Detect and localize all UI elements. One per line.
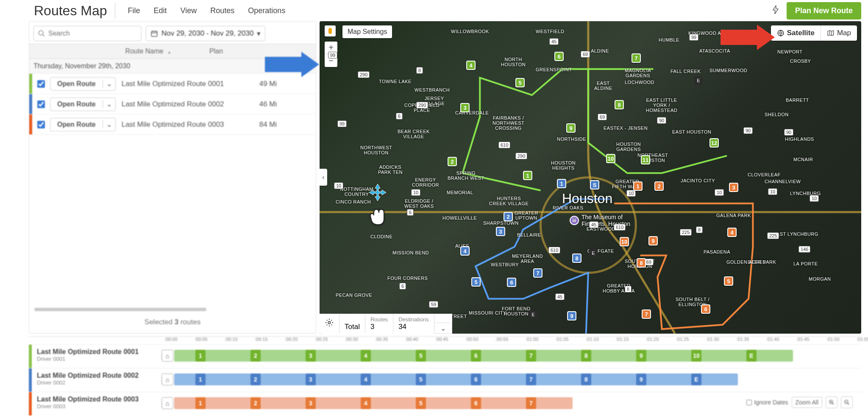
timeline-stop[interactable]: 4 xyxy=(361,373,371,385)
timeline-stop[interactable]: 6 xyxy=(471,350,481,362)
quick-action-icon[interactable] xyxy=(769,2,782,19)
column-plan[interactable]: Plan xyxy=(209,47,235,55)
route-stop-marker[interactable]: 5 xyxy=(515,78,525,87)
menu-view[interactable]: View xyxy=(175,4,202,18)
plan-new-route-button[interactable]: Plan New Route xyxy=(787,2,861,20)
route-checkbox[interactable] xyxy=(37,100,45,108)
chevron-down-icon[interactable]: ⌄ xyxy=(103,100,115,108)
route-stop-marker[interactable]: 9 xyxy=(567,311,576,320)
timeline-stop[interactable]: 9 xyxy=(636,373,646,385)
timeline-stop[interactable]: 4 xyxy=(361,397,371,409)
drag-handle-icon[interactable]: ⋮ xyxy=(158,368,161,392)
timeline-stop[interactable]: E xyxy=(746,350,757,362)
map-panel[interactable]: Map Settings + − ‹ Satellite Map Houston… xyxy=(320,21,861,334)
home-icon[interactable]: ⌂ xyxy=(161,373,173,385)
route-stop-marker[interactable]: 5 xyxy=(471,277,481,287)
menu-operations[interactable]: Operations xyxy=(243,4,290,18)
route-stop-marker[interactable]: 2 xyxy=(504,212,513,221)
route-stop-marker[interactable]: 10 xyxy=(620,237,629,246)
open-route-button[interactable]: Open Route ⌄ xyxy=(50,77,116,91)
timeline-stop[interactable]: 10 xyxy=(691,350,701,362)
map-settings-button[interactable]: Map Settings xyxy=(342,25,392,38)
route-stop-marker[interactable]: 3 xyxy=(460,103,470,112)
column-route-name[interactable]: Route Name xyxy=(57,47,209,55)
menu-file[interactable]: File xyxy=(123,4,145,18)
route-stop-marker[interactable]: 10 xyxy=(606,154,615,163)
route-end-marker[interactable]: E xyxy=(694,76,703,85)
zoom-all-button[interactable]: Zoom All xyxy=(792,397,822,408)
chevron-down-icon[interactable]: ⌄ xyxy=(103,80,115,88)
timeline-stop[interactable]: 6 xyxy=(471,397,481,409)
route-stop-marker[interactable]: 5 xyxy=(724,276,733,286)
ignore-dates-toggle[interactable]: Ignore Dates xyxy=(746,399,788,406)
drag-handle-icon[interactable]: ⋮ xyxy=(158,345,161,368)
route-row[interactable]: Open Route ⌄ Last Mile Optimized Route 0… xyxy=(29,74,316,94)
timeline-stop[interactable]: 1 xyxy=(195,373,206,385)
open-route-button[interactable]: Open Route ⌄ xyxy=(50,98,116,111)
route-end-marker[interactable]: E xyxy=(529,310,537,319)
open-route-button[interactable]: Open Route ⌄ xyxy=(50,118,116,131)
route-end-marker[interactable]: E xyxy=(589,249,598,257)
route-stop-marker[interactable]: 4 xyxy=(727,228,737,237)
route-stop-marker[interactable]: 7 xyxy=(642,309,651,319)
route-stop-marker[interactable]: 9 xyxy=(566,123,576,133)
timeline-stop[interactable]: 3 xyxy=(306,397,316,409)
timeline-stop[interactable]: 5 xyxy=(416,373,426,385)
timeline-stop[interactable]: 7 xyxy=(526,397,536,409)
route-stop-marker[interactable]: 11 xyxy=(641,155,650,164)
timeline-stop[interactable]: 1 xyxy=(195,397,206,409)
route-stop-marker[interactable]: 1 xyxy=(633,181,643,191)
timeline-stop[interactable]: 5 xyxy=(416,350,426,362)
timeline-stop[interactable]: 2 xyxy=(250,373,261,385)
timeline-stop[interactable]: 2 xyxy=(250,397,261,409)
timeline-stop[interactable]: E xyxy=(691,373,701,385)
route-stop-marker[interactable]: 4 xyxy=(466,61,476,70)
chevron-down-icon[interactable]: ⌄ xyxy=(103,120,115,128)
search-input[interactable] xyxy=(33,26,142,41)
route-stop-marker[interactable]: 1 xyxy=(557,179,566,188)
totals-expander[interactable]: ⌄ xyxy=(434,323,452,334)
streetview-pegman[interactable] xyxy=(325,25,336,36)
timeline-stop[interactable]: 6 xyxy=(471,373,481,385)
timeline-zoom-out[interactable] xyxy=(841,396,853,408)
totals-settings-icon[interactable] xyxy=(320,314,339,334)
route-stop-marker[interactable]: 1 xyxy=(523,171,532,180)
satellite-toggle[interactable]: Satellite xyxy=(771,25,821,41)
route-stop-marker[interactable]: 2 xyxy=(448,157,457,166)
route-row[interactable]: Open Route ⌄ Last Mile Optimized Route 0… xyxy=(29,114,316,135)
timeline-stop[interactable]: 5 xyxy=(416,397,426,409)
collapse-sidebar-handle[interactable]: ‹ xyxy=(320,169,327,186)
timeline-stop[interactable]: 7 xyxy=(526,350,536,362)
route-stop-marker[interactable]: 6 xyxy=(554,52,564,61)
route-stop-marker[interactable]: 6 xyxy=(507,278,516,287)
route-stop-marker[interactable]: 3 xyxy=(496,227,505,236)
horizontal-scrollbar[interactable] xyxy=(34,308,206,311)
route-row[interactable]: Open Route ⌄ Last Mile Optimized Route 0… xyxy=(29,94,316,114)
route-checkbox[interactable] xyxy=(37,80,45,88)
route-stop-marker[interactable]: 6 xyxy=(701,304,710,314)
home-icon[interactable]: ⌂ xyxy=(161,397,173,409)
timeline-stop[interactable]: 3 xyxy=(306,350,316,362)
timeline-stop[interactable]: 1 xyxy=(195,350,206,362)
timeline-stop[interactable]: 7 xyxy=(526,373,536,385)
menu-edit[interactable]: Edit xyxy=(149,4,172,18)
menu-routes[interactable]: Routes xyxy=(205,4,239,18)
route-stop-marker[interactable]: 8 xyxy=(615,100,624,109)
timeline-stop[interactable]: 9 xyxy=(636,350,646,362)
route-stop-marker[interactable]: 7 xyxy=(632,53,641,63)
timeline-stop[interactable]: 2 xyxy=(250,350,261,362)
route-stop-marker[interactable]: 7 xyxy=(533,268,542,278)
drag-handle-icon[interactable]: ⋮ xyxy=(158,392,161,415)
date-range-picker[interactable]: Nov 29, 2030 - Nov 29, 2030 ▾ xyxy=(146,26,265,41)
route-stop-marker[interactable]: 3 xyxy=(729,183,738,192)
route-stop-marker[interactable]: 12 xyxy=(709,138,719,148)
route-stop-marker[interactable]: 8 xyxy=(572,254,581,263)
route-stop-marker[interactable]: 8 xyxy=(637,258,646,268)
timeline-stop[interactable]: 3 xyxy=(306,373,316,385)
timeline-stop[interactable]: 8 xyxy=(581,350,591,362)
timeline-stop[interactable]: 4 xyxy=(361,350,371,362)
route-checkbox[interactable] xyxy=(37,121,45,128)
route-stop-marker[interactable]: 4 xyxy=(460,246,470,256)
map-toggle[interactable]: Map xyxy=(821,25,857,41)
home-icon[interactable]: ⌂ xyxy=(161,350,173,362)
